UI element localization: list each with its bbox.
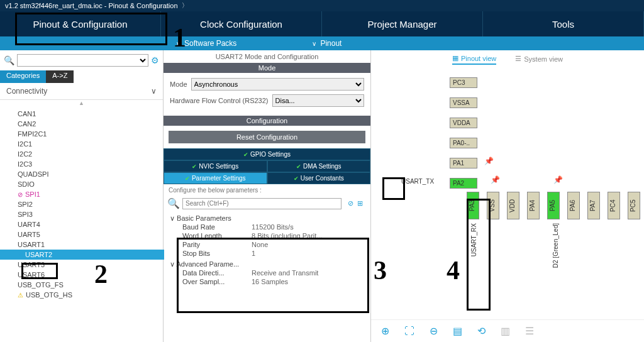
hw-flow-label: Hardware Flow Control (RS232) xyxy=(170,97,269,104)
zoom-in-icon[interactable]: ⊕ xyxy=(381,325,389,337)
tab-dma-settings[interactable]: ✔DMA Settings xyxy=(267,160,371,172)
param-row[interactable]: ParityNone xyxy=(170,240,364,249)
param-row[interactable]: Data Directi...Receive and Transmit xyxy=(170,268,364,277)
pin-PA0-..[interactable]: PA0-.. xyxy=(450,138,477,148)
software-packs-dropdown[interactable]: ∨Software Packs xyxy=(164,36,249,50)
grid-icon[interactable]: ▥ xyxy=(501,325,510,337)
peripheral-panel: 🔍 ⚙ Categories A->Z Connectivity∨ ▲ CAN1… xyxy=(0,50,164,342)
pin-label-green-led: D2 [Green_Led] xyxy=(552,223,559,268)
pin-PA4[interactable]: PA4 xyxy=(527,192,540,219)
pin-PA5[interactable]: PA5 xyxy=(547,192,560,219)
config-panel: USART2 Mode and Configuration Mode Mode … xyxy=(164,50,371,342)
periph-usart2[interactable]: ✔USART2 xyxy=(0,250,164,260)
periph-uart4[interactable]: UART4 xyxy=(18,219,163,229)
az-tab[interactable]: A->Z xyxy=(46,70,74,83)
param-row[interactable]: Word Length8 Bits (including Parit... xyxy=(170,231,364,240)
periph-usart1[interactable]: USART1 xyxy=(18,240,163,250)
tab-parameter-settings[interactable]: ✔Parameter Settings xyxy=(164,172,267,184)
categories-tab[interactable]: Categories xyxy=(0,70,46,83)
param-row[interactable]: Over Sampl...16 Samples xyxy=(170,277,364,286)
peripheral-search-select[interactable] xyxy=(17,54,148,67)
zoom-out-icon[interactable]: ⊖ xyxy=(430,325,438,337)
gear-icon[interactable]: ⚙ xyxy=(151,55,159,65)
sort-icon[interactable]: ⊘ xyxy=(348,199,353,207)
pinout-view-tab[interactable]: ▦Pinout view xyxy=(452,54,496,65)
expand-icon[interactable]: ⊞ xyxy=(357,199,363,207)
config-section-header: Configuration xyxy=(164,116,370,126)
pinout-dropdown[interactable]: ∨Pinout xyxy=(299,36,354,50)
pin-PA7[interactable]: PA7 xyxy=(587,192,600,219)
chip-icon: ▦ xyxy=(452,54,458,62)
mode-label: Mode xyxy=(170,80,187,88)
tab-tools[interactable]: Tools xyxy=(483,11,644,36)
menu-icon[interactable]: ☰ xyxy=(525,325,534,337)
mode-section-header: Mode xyxy=(164,63,370,73)
periph-usart6[interactable]: USART6 xyxy=(18,270,163,280)
periph-can1[interactable]: CAN1 xyxy=(18,109,163,119)
pin-VDDA[interactable]: VDDA xyxy=(450,118,477,128)
sub-dropdowns: ∨Software Packs ∨Pinout xyxy=(0,36,644,50)
periph-can2[interactable]: CAN2 xyxy=(18,119,163,129)
fit-icon[interactable]: ⛶ xyxy=(404,326,414,337)
pin-VDD[interactable]: VDD xyxy=(507,192,519,219)
titlebar: v1.2 stm32f446re_uart_dma.ioc - Pinout &… xyxy=(0,0,644,11)
basic-params-group[interactable]: ∨ Basic Parameters xyxy=(170,214,364,223)
periph-uart5[interactable]: UART5 xyxy=(18,229,163,240)
chip-canvas[interactable]: STM32F44 LQFP PC3VSSAVDDAPA0-..PA1PA2 PA… xyxy=(371,69,644,342)
periph-spi2[interactable]: SPI2 xyxy=(18,199,163,209)
pinout-toolbar: ⊕ ⛶ ⊖ ▤ ⟲ ▥ ☰ xyxy=(371,319,644,342)
titlebar-text: v1.2 stm32f446re_uart_dma.ioc - Pinout &… xyxy=(5,2,178,9)
param-row[interactable]: Baud Rate115200 Bits/s xyxy=(170,223,364,231)
tab-pinout-config[interactable]: Pinout & Configuration xyxy=(0,11,161,36)
pushpin-icon: 📌 xyxy=(553,175,563,184)
reset-config-button[interactable]: Reset Configuration xyxy=(169,131,365,143)
configure-hint: Configure the below parameters : xyxy=(164,184,370,196)
param-search-input[interactable] xyxy=(182,198,341,209)
tab-nvic-settings[interactable]: ✔NVIC Settings xyxy=(164,160,267,172)
periph-sdio[interactable]: SDIO xyxy=(18,179,163,189)
periph-usb_otg_fs[interactable]: USB_OTG_FS xyxy=(18,280,163,290)
layers-icon[interactable]: ▤ xyxy=(453,325,462,337)
category-connectivity[interactable]: Connectivity∨ xyxy=(0,83,163,100)
periph-spi3[interactable]: SPI3 xyxy=(18,209,163,219)
rotate-icon[interactable]: ⟲ xyxy=(477,325,486,337)
param-search-icon[interactable]: 🔍 xyxy=(167,197,180,209)
hw-flow-select[interactable]: Disa... xyxy=(272,94,365,107)
pushpin-icon: 📌 xyxy=(491,175,500,184)
peripheral-list: CAN1CAN2FMPI2C1I2C1I2C2I2C3QUADSPISDIO⊘S… xyxy=(0,106,163,302)
periph-i2c3[interactable]: I2C3 xyxy=(18,159,163,169)
pushpin-icon: 📌 xyxy=(484,157,494,165)
search-icon[interactable]: 🔍 xyxy=(4,55,14,65)
mode-select[interactable]: Asynchronous xyxy=(191,78,364,91)
param-row[interactable]: Stop Bits1 xyxy=(170,249,364,258)
pin-label-usart-rx: USART_RX xyxy=(470,223,477,256)
tab-gpio-settings[interactable]: ✔GPIO Settings xyxy=(164,148,370,160)
list-icon: ☰ xyxy=(515,55,521,63)
config-title: USART2 Mode and Configuration xyxy=(164,50,370,63)
periph-i2c2[interactable]: I2C2 xyxy=(18,149,163,159)
pin-PA6[interactable]: PA6 xyxy=(567,192,580,219)
pin-PC5[interactable]: PC5 xyxy=(628,192,640,219)
periph-usart3[interactable]: USART3 xyxy=(18,260,163,270)
pinout-panel: ▦Pinout view ☰System view STM32F44 LQFP … xyxy=(371,50,644,342)
advanced-params-group[interactable]: ∨ Advanced Parame... xyxy=(170,260,364,268)
periph-spi1[interactable]: ⊘SPI1 xyxy=(18,189,163,199)
pin-VSS[interactable]: VSS xyxy=(487,192,499,219)
periph-usb_otg_hs[interactable]: ⚠USB_OTG_HS xyxy=(18,290,163,300)
system-view-tab[interactable]: ☰System view xyxy=(515,54,563,65)
tab-project-manager[interactable]: Project Manager xyxy=(322,11,483,36)
tab-clock-config[interactable]: Clock Configuration xyxy=(161,11,322,36)
pin-PA2[interactable]: PA2 xyxy=(450,178,477,189)
pin-VSSA[interactable]: VSSA xyxy=(450,97,477,108)
pin-PC3[interactable]: PC3 xyxy=(450,77,477,88)
pin-PA1[interactable]: PA1 xyxy=(450,158,477,168)
periph-i2c1[interactable]: I2C1 xyxy=(18,139,163,149)
pin-label-usart-tx: USART_TX xyxy=(401,178,434,185)
tab-user-constants[interactable]: ✔User Constants xyxy=(267,172,371,184)
pin-PA3[interactable]: PA3 xyxy=(467,192,479,219)
periph-fmpi2c1[interactable]: FMPI2C1 xyxy=(18,129,163,139)
main-tabs: Pinout & Configuration Clock Configurati… xyxy=(0,11,644,36)
pin-PC4[interactable]: PC4 xyxy=(608,192,620,219)
periph-quadspi[interactable]: QUADSPI xyxy=(18,169,163,179)
